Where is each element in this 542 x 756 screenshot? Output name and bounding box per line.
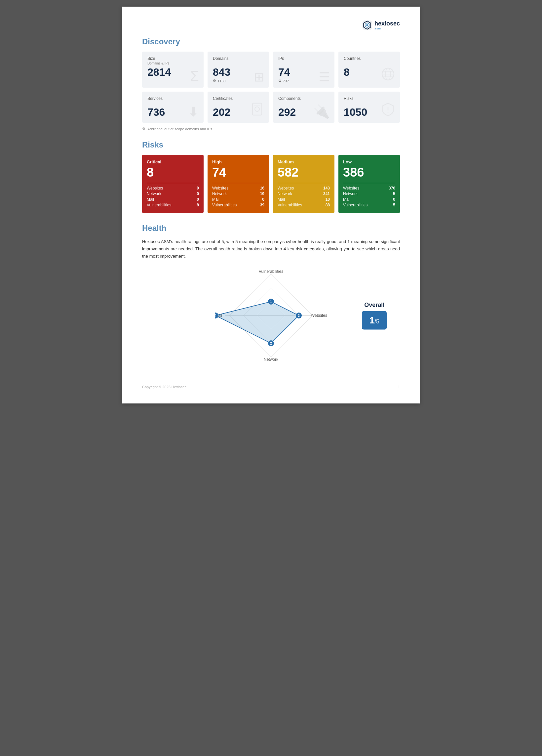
card-risks-label: Risks bbox=[344, 96, 395, 101]
risk-low-vuln-value: 5 bbox=[393, 203, 395, 207]
card-certificates-label: Certificates bbox=[213, 96, 264, 101]
risk-low-network-label: Network bbox=[343, 191, 357, 196]
card-components: Components 292 🔌 bbox=[273, 92, 334, 123]
svg-marker-19 bbox=[216, 302, 299, 343]
risk-high-websites: Websites 16 bbox=[212, 186, 265, 190]
components-icon: 🔌 bbox=[313, 104, 330, 119]
risk-medium-network-label: Network bbox=[277, 191, 292, 196]
risk-low-websites: Websites 376 bbox=[343, 186, 395, 190]
risk-low-mail: Mail 0 bbox=[343, 197, 395, 202]
risk-card-high: High 74 Websites 16 Network 19 Mail 0 bbox=[208, 155, 269, 213]
risk-high-mail-label: Mail bbox=[212, 197, 220, 202]
risk-critical-vuln-label: Vulnerabilities bbox=[147, 203, 171, 207]
risk-critical-mail-value: 0 bbox=[197, 197, 199, 202]
svg-text:1: 1 bbox=[270, 300, 272, 304]
risk-low-value: 386 bbox=[343, 166, 395, 180]
overall-value: 1/5 bbox=[362, 311, 387, 330]
risk-low-network-value: 5 bbox=[393, 191, 395, 196]
size-icon: Σ bbox=[190, 68, 199, 84]
footer: Copyright © 2025 Hexiosec 1 bbox=[142, 382, 400, 389]
risk-critical-breakdown: Websites 0 Network 0 Mail 0 Vulnerabilit… bbox=[147, 183, 199, 207]
risks-title: Risks bbox=[142, 140, 400, 149]
risk-medium-label: Medium bbox=[277, 159, 330, 164]
risk-high-vulnerabilities: Vulnerabilities 39 bbox=[212, 203, 265, 207]
logo-text-block: hexiosec asm bbox=[374, 21, 400, 30]
card-domains-sublabel bbox=[213, 62, 264, 65]
logo-sub: asm bbox=[374, 27, 400, 30]
svg-text:2: 2 bbox=[298, 314, 300, 317]
card-ips-sublabel bbox=[278, 62, 329, 65]
risks-card-icon bbox=[381, 102, 395, 119]
risk-high-breakdown: Websites 16 Network 19 Mail 0 Vulnerabil… bbox=[212, 183, 265, 207]
risk-medium-mail-label: Mail bbox=[277, 197, 285, 202]
svg-text:2: 2 bbox=[270, 342, 272, 345]
card-services: Services 736 ⬇ bbox=[142, 92, 204, 123]
gear-icon-ips: ⚙ bbox=[278, 79, 281, 83]
risk-low-network: Network 5 bbox=[343, 191, 395, 196]
countries-icon bbox=[381, 67, 395, 84]
risks-grid: Critical 8 Websites 0 Network 0 Mail 0 bbox=[142, 155, 400, 213]
overall-numerator: 1 bbox=[369, 315, 374, 325]
health-title: Health bbox=[142, 224, 400, 233]
risk-medium-breakdown: Websites 143 Network 341 Mail 10 Vulnera… bbox=[277, 183, 330, 207]
gear-icon-domains: ⚙ bbox=[213, 79, 216, 83]
card-components-label: Components bbox=[278, 96, 329, 101]
card-ips-sub-value: 737 bbox=[283, 79, 289, 83]
risk-card-critical: Critical 8 Websites 0 Network 0 Mail 0 bbox=[142, 155, 204, 213]
overall-box: Overall 1/5 bbox=[362, 302, 387, 330]
risk-high-mail-value: 0 bbox=[262, 197, 265, 202]
risk-high-network-value: 19 bbox=[260, 191, 265, 196]
health-section: Health Hexiosec ASM's health ratings are… bbox=[142, 224, 400, 362]
card-domains-sub-value: 1160 bbox=[218, 79, 226, 83]
risk-medium-vuln-label: Vulnerabilities bbox=[277, 203, 302, 207]
risk-high-network-label: Network bbox=[212, 191, 227, 196]
risk-high-vuln-label: Vulnerabilities bbox=[212, 203, 237, 207]
risk-high-value: 74 bbox=[212, 166, 265, 180]
risk-medium-vulnerabilities: Vulnerabilities 88 bbox=[277, 203, 330, 207]
card-ips-label: IPs bbox=[278, 56, 329, 61]
risk-critical-mail-label: Mail bbox=[147, 197, 154, 202]
risk-critical-value: 8 bbox=[147, 166, 199, 180]
risk-medium-websites-label: Websites bbox=[277, 186, 294, 190]
risk-critical-vuln-value: 8 bbox=[197, 203, 199, 207]
card-services-label: Services bbox=[147, 96, 198, 101]
svg-point-13 bbox=[388, 112, 389, 113]
overall-denominator: /5 bbox=[374, 318, 379, 325]
domains-icon: ⊞ bbox=[254, 70, 265, 84]
risk-low-mail-value: 0 bbox=[393, 197, 395, 202]
scope-note: ⚙ Additional out of scope domains and IP… bbox=[142, 127, 400, 131]
footer-page: 1 bbox=[398, 385, 400, 389]
gear-icon-scope: ⚙ bbox=[142, 127, 146, 131]
risk-card-low: Low 386 Websites 376 Network 5 Mail 0 bbox=[338, 155, 400, 213]
radar-container: Vulnerabilities Network Mail Websites bbox=[215, 269, 327, 362]
card-size-sublabel: Domains & IPs bbox=[147, 62, 198, 65]
discovery-title: Discovery bbox=[142, 37, 400, 46]
risk-medium-value: 582 bbox=[277, 166, 330, 180]
risk-critical-websites: Websites 0 bbox=[147, 186, 199, 190]
logo-icon bbox=[362, 20, 372, 30]
svg-point-3 bbox=[366, 24, 368, 26]
risk-high-websites-value: 16 bbox=[260, 186, 265, 190]
logo-area: hexiosec asm bbox=[142, 20, 400, 30]
risk-low-label: Low bbox=[343, 159, 395, 164]
certificates-icon bbox=[250, 102, 265, 119]
logo-name: hexiosec bbox=[374, 20, 400, 27]
card-risks: Risks 1050 bbox=[338, 92, 400, 123]
card-size-label: Size bbox=[147, 56, 198, 61]
health-description: Hexiosec ASM's health ratings are out of… bbox=[142, 238, 400, 260]
card-domains-label: Domains bbox=[213, 56, 264, 61]
risk-low-websites-label: Websites bbox=[343, 186, 359, 190]
risk-high-mail: Mail 0 bbox=[212, 197, 265, 202]
risk-medium-mail-value: 10 bbox=[325, 197, 330, 202]
svg-point-10 bbox=[255, 107, 260, 111]
risk-low-breakdown: Websites 376 Network 5 Mail 0 Vulnerabil… bbox=[343, 183, 395, 207]
risk-medium-websites-value: 143 bbox=[323, 186, 330, 190]
card-size: Size Domains & IPs 2814 Σ bbox=[142, 52, 204, 88]
card-domains: Domains 843 ⚙ 1160 ⊞ bbox=[208, 52, 269, 88]
card-countries-label: Countries bbox=[344, 56, 395, 61]
overall-label: Overall bbox=[362, 302, 387, 309]
risk-high-network: Network 19 bbox=[212, 191, 265, 196]
risk-critical-vulnerabilities: Vulnerabilities 8 bbox=[147, 203, 199, 207]
risk-low-vulnerabilities: Vulnerabilities 5 bbox=[343, 203, 395, 207]
card-ips: IPs 74 ⚙ 737 ☰ bbox=[273, 52, 334, 88]
